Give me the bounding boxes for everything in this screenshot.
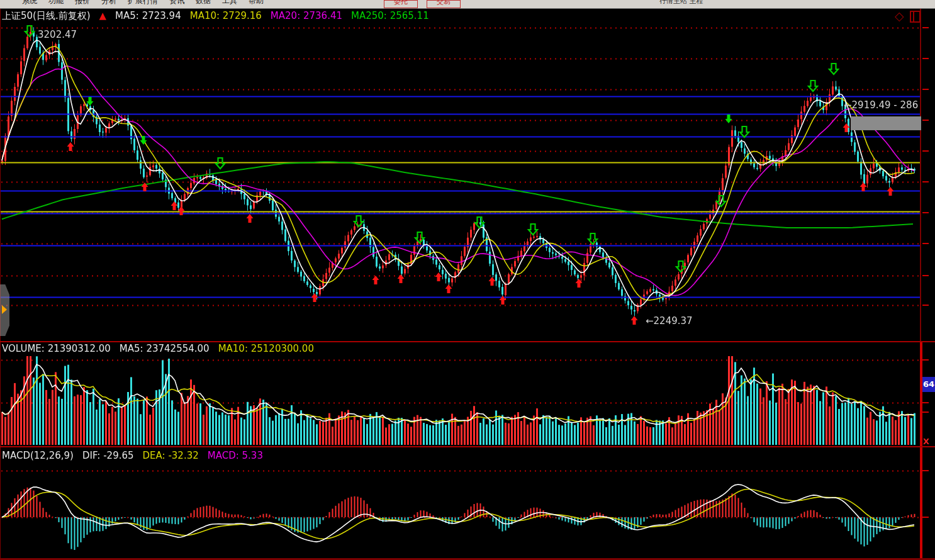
panel-close-x[interactable]: X <box>923 437 929 446</box>
menu-item-news[interactable]: 资讯 <box>164 0 190 6</box>
chart-canvas[interactable] <box>0 0 935 560</box>
bar-count-badge[interactable]: 64 <box>922 377 935 392</box>
vol-ma5-value: MA5: 23742554.00 <box>120 343 210 354</box>
menu-item-help[interactable]: 帮助 <box>243 0 269 6</box>
vol-ma10-value: MA10: 25120300.00 <box>218 343 314 354</box>
menu-items: 系统功能报价分析扩展行情资讯数据工具帮助 <box>16 0 269 6</box>
ma5-value: MA5: 2723.94 <box>115 10 181 21</box>
menu-item-extended[interactable]: 扩展行情 <box>122 0 164 6</box>
level-price-label: ←2919.49 - 286 <box>844 99 918 111</box>
trade-button[interactable]: 交易 <box>427 0 461 8</box>
expand-arrow-icon <box>2 305 7 314</box>
ma20-value: MA20: 2736.41 <box>271 10 342 21</box>
ma10-value: MA10: 2729.16 <box>190 10 262 21</box>
main-chart-header: 上证50(日线.前复权)▲MA5: 2723.94MA10: 2729.16MA… <box>2 10 438 22</box>
dea-value: DEA: -32.32 <box>143 450 199 461</box>
volume-header: VOLUME: 21390312.00MA5: 23742554.00MA10:… <box>2 343 323 354</box>
menu-item-system[interactable]: 系统 <box>16 0 43 6</box>
menu-item-data[interactable]: 数据 <box>190 0 216 6</box>
ma250-value: MA250: 2565.11 <box>351 10 429 21</box>
menu-item-quote[interactable]: 报价 <box>69 0 96 6</box>
macd-name: MACD(12,26,9) <box>2 450 74 461</box>
broker-button[interactable]: 委托 <box>384 0 418 8</box>
trading-terminal: 系统功能报价分析扩展行情资讯数据工具帮助 委托 交易 行情主站 主程 上证50(… <box>0 0 935 560</box>
volume-value: VOLUME: 21390312.00 <box>2 343 111 354</box>
menu-item-tools[interactable]: 工具 <box>216 0 243 6</box>
menu-item-function[interactable]: 功能 <box>43 0 69 6</box>
up-arrow-icon: ▲ <box>99 10 107 21</box>
dif-value: DIF: -29.65 <box>82 450 134 461</box>
macd-value: MACD: 5.33 <box>208 450 263 461</box>
menu-item-analysis[interactable]: 分析 <box>96 0 122 6</box>
peak-price-label: 3202.47 <box>38 29 77 40</box>
diamond-icon[interactable]: ◇ <box>895 10 904 22</box>
trough-price-label: ←2249.37 <box>646 315 693 327</box>
menu-bar: 系统功能报价分析扩展行情资讯数据工具帮助 委托 交易 行情主站 主程 <box>0 0 935 9</box>
symbol-title: 上证50(日线.前复权) <box>2 10 91 21</box>
split-layout-icon[interactable] <box>910 11 921 23</box>
level-highlight-box <box>851 116 921 130</box>
menu-right-status: 行情主站 主程 <box>659 0 703 6</box>
sidebar-slide-handle[interactable] <box>0 284 9 336</box>
macd-header: MACD(12,26,9)DIF: -29.65DEA: -32.32MACD:… <box>2 450 272 461</box>
